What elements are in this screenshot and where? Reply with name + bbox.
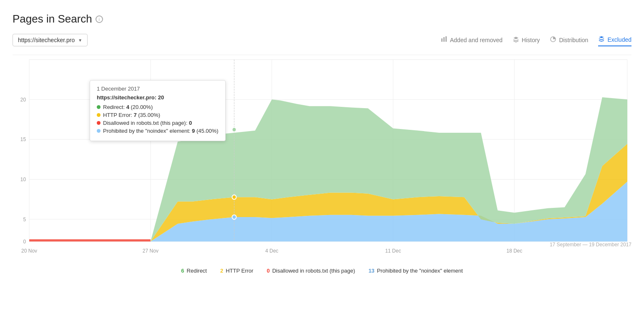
svg-text:27 Nov: 27 Nov xyxy=(143,248,159,254)
chart-tooltip: 1 December 2017 https://sitechecker.pro:… xyxy=(90,80,226,141)
info-icon[interactable]: i xyxy=(96,15,103,23)
svg-text:4 Dec: 4 Dec xyxy=(265,248,278,254)
redirect-dot xyxy=(97,105,101,109)
tooltip-site: https://sitechecker.pro: 20 xyxy=(97,94,219,101)
svg-text:5: 5 xyxy=(23,216,26,222)
tooltip-row-http-error: HTTP Error: 7 (35.00%) xyxy=(97,112,219,118)
robots-dot xyxy=(97,121,101,125)
legend-noindex: 13 Prohibited by the "noindex" element xyxy=(368,268,463,274)
page-title: Pages in Search i xyxy=(13,13,631,25)
date-range-label: 17 September — 19 December 2017 xyxy=(550,242,631,248)
svg-point-32 xyxy=(232,195,236,200)
layers-icon xyxy=(513,36,519,44)
svg-text:0: 0 xyxy=(23,238,26,244)
http-error-dot xyxy=(97,113,101,117)
tab-label: Excluded xyxy=(607,36,631,43)
noindex-dot xyxy=(97,129,101,133)
tab-label: Distribution xyxy=(559,37,588,43)
tab-navigation: Added and removed History xyxy=(441,34,631,46)
svg-text:18 Dec: 18 Dec xyxy=(506,248,522,254)
site-selector[interactable]: https://sitechecker.pro ▼ xyxy=(13,34,88,46)
stack-icon xyxy=(598,35,605,44)
chart-bar-icon xyxy=(441,36,448,44)
legend-redirect: 6 Redirect xyxy=(181,268,207,274)
chevron-down-icon: ▼ xyxy=(78,38,82,43)
tab-excluded[interactable]: Excluded xyxy=(598,34,631,46)
svg-point-31 xyxy=(232,127,236,132)
tooltip-row-robots: Disallowed in robots.txt (this page): 0 xyxy=(97,120,219,126)
svg-rect-2 xyxy=(445,36,447,42)
svg-text:10: 10 xyxy=(20,177,26,182)
svg-text:20: 20 xyxy=(20,96,26,102)
chart-area: 0 5 10 15 20 20 Nov 27 Nov 4 Dec 11 Dec … xyxy=(13,55,631,259)
tab-added-removed[interactable]: Added and removed xyxy=(441,34,503,46)
tab-label: Added and removed xyxy=(450,37,503,43)
tab-distribution[interactable]: Distribution xyxy=(550,34,588,46)
page-container: Pages in Search i https://sitechecker.pr… xyxy=(0,0,644,311)
tab-history[interactable]: History xyxy=(513,34,540,46)
svg-text:15: 15 xyxy=(20,137,26,142)
legend-disallowed: 0 Disallowed in robots.txt (this page) xyxy=(267,268,355,274)
pie-icon xyxy=(550,36,556,44)
svg-text:11 Dec: 11 Dec xyxy=(385,248,401,254)
tooltip-row-noindex: Prohibited by the "noindex" element: 9 (… xyxy=(97,128,219,134)
tooltip-row-redirect: Redirect: 4 (20.00%) xyxy=(97,104,219,110)
legend-http-error: 2 HTTP Error xyxy=(220,268,253,274)
svg-point-33 xyxy=(232,215,236,220)
site-value: https://sitechecker.pro xyxy=(18,37,75,43)
svg-text:20 Nov: 20 Nov xyxy=(21,248,38,254)
toolbar: https://sitechecker.pro ▼ Added and remo… xyxy=(13,34,631,46)
tab-label: History xyxy=(522,37,540,43)
chart-legend: 6 Redirect 2 HTTP Error 0 Disallowed in … xyxy=(13,263,631,278)
tooltip-date: 1 December 2017 xyxy=(97,86,219,92)
title-text: Pages in Search xyxy=(13,13,92,25)
svg-marker-26 xyxy=(29,239,151,241)
svg-rect-1 xyxy=(443,37,445,42)
svg-rect-0 xyxy=(441,38,443,42)
